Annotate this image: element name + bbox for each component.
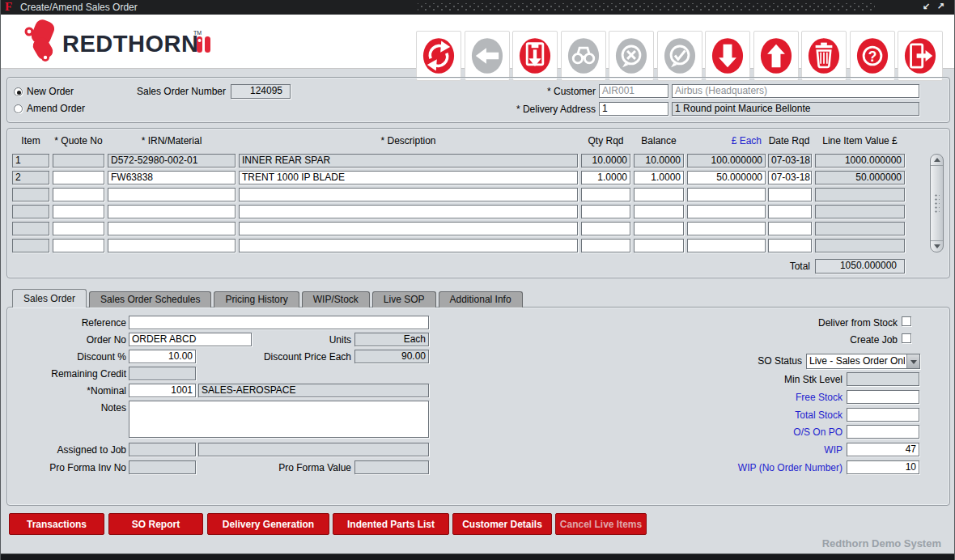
cell-date[interactable]: 07-03-18 xyxy=(768,171,812,185)
tab-sales-order[interactable]: Sales Order xyxy=(12,289,87,308)
cell-balance[interactable] xyxy=(634,239,684,252)
cell-qty[interactable] xyxy=(581,222,630,235)
cell-date[interactable] xyxy=(768,188,812,202)
cell-balance[interactable]: 1.0000 xyxy=(634,171,684,185)
cell-irn[interactable] xyxy=(108,239,236,252)
customer-code-field[interactable]: AIR001 xyxy=(599,84,668,98)
customer-name-field[interactable]: Airbus (Headquaters) xyxy=(672,84,919,98)
delivery-address-label: * Delivery Address xyxy=(486,104,596,116)
free-stock-link[interactable]: Free Stock xyxy=(729,392,843,404)
cell-irn[interactable] xyxy=(108,222,236,235)
cell-irn[interactable] xyxy=(108,205,236,218)
cell-qty[interactable] xyxy=(581,205,630,218)
cell-each[interactable]: 50.000000 xyxy=(687,171,766,185)
accept-button xyxy=(657,31,702,81)
cell-value xyxy=(815,205,905,218)
cell-each[interactable] xyxy=(687,205,766,218)
total-stock-field[interactable] xyxy=(847,408,919,422)
wip-no-order-link[interactable]: WIP (No Order Number) xyxy=(697,462,843,474)
assigned-to-job-label: Assigned to Job xyxy=(13,444,126,456)
cell-balance[interactable] xyxy=(634,188,684,202)
iconify-icon[interactable]: ↙ xyxy=(923,1,930,11)
cell-qty[interactable]: 1.0000 xyxy=(581,171,630,185)
notes-field[interactable] xyxy=(129,401,429,438)
discount-field[interactable]: 10.00 xyxy=(129,350,196,363)
scrollbar-thumb[interactable] xyxy=(934,193,940,213)
nominal-code-field[interactable]: 1001 xyxy=(129,384,196,397)
save-button[interactable] xyxy=(512,31,558,81)
cell-qty[interactable] xyxy=(581,188,630,202)
exit-icon xyxy=(902,36,938,75)
os-on-po-field[interactable] xyxy=(847,425,919,439)
cell-quote[interactable] xyxy=(53,205,104,218)
cell-balance[interactable] xyxy=(634,205,684,218)
amend-order-radio[interactable] xyxy=(14,104,23,113)
tab-sales-order-schedules[interactable]: Sales Order Schedules xyxy=(89,291,211,308)
proforma-value-field xyxy=(354,460,429,474)
col-header-each-link[interactable]: £ Each xyxy=(687,135,762,146)
units-field: Each xyxy=(354,333,429,346)
scroll-up-icon[interactable] xyxy=(931,155,943,166)
maximize-icon[interactable]: ↗ xyxy=(937,1,944,11)
exit-button[interactable] xyxy=(898,31,943,81)
binoculars-icon xyxy=(566,36,601,75)
refresh-button[interactable] xyxy=(416,31,461,81)
delivery-code-field[interactable]: 1 xyxy=(599,102,668,116)
free-stock-field[interactable] xyxy=(847,390,919,404)
grid-scrollbar[interactable] xyxy=(930,154,944,252)
cell-date[interactable] xyxy=(768,222,812,235)
cell-each[interactable] xyxy=(687,239,766,252)
cell-each[interactable] xyxy=(687,222,766,235)
move-down-button[interactable] xyxy=(705,31,750,81)
delivery-address-field: 1 Round point Maurice Bellonte xyxy=(672,102,919,116)
new-order-radio[interactable] xyxy=(14,87,23,96)
col-header-qty: Qty Rqd xyxy=(581,135,630,146)
wip-field[interactable]: 47 xyxy=(847,443,919,456)
order-no-field[interactable]: ORDER ABCD xyxy=(129,333,252,346)
so-report-button[interactable]: SO Report xyxy=(108,513,203,535)
bottom-bar xyxy=(1,554,954,560)
cell-quote[interactable] xyxy=(53,222,104,235)
amend-order-label: Amend Order xyxy=(27,103,116,115)
up-arrow-icon xyxy=(758,36,794,75)
transactions-button[interactable]: Transactions xyxy=(9,513,104,535)
tab-live-sop[interactable]: Live SOP xyxy=(372,291,436,308)
tab-additional-info[interactable]: Additional Info xyxy=(439,291,523,308)
so-status-dropdown[interactable]: Live - Sales Order Only xyxy=(806,354,920,369)
tab-pricing-history[interactable]: Pricing History xyxy=(214,291,299,308)
cell-irn[interactable] xyxy=(108,188,236,202)
move-up-button[interactable] xyxy=(753,31,799,81)
sales-order-number-field: 124095 xyxy=(231,84,291,99)
cell-balance[interactable] xyxy=(634,222,684,235)
cell-desc[interactable] xyxy=(239,239,578,252)
cell-qty[interactable] xyxy=(581,239,630,252)
cell-desc[interactable] xyxy=(239,205,578,218)
wip-no-order-field[interactable]: 10 xyxy=(847,460,919,474)
cell-date[interactable] xyxy=(768,239,812,252)
total-stock-link[interactable]: Total Stock xyxy=(729,409,843,422)
cell-date[interactable] xyxy=(768,205,812,218)
reference-field[interactable] xyxy=(129,316,429,329)
cell-each[interactable] xyxy=(687,188,766,202)
cell-desc[interactable] xyxy=(239,222,578,235)
deliver-from-stock-checkbox[interactable] xyxy=(902,316,911,326)
wip-link[interactable]: WIP xyxy=(729,444,843,456)
chevron-down-icon[interactable] xyxy=(906,354,919,368)
cell-irn[interactable]: FW63838 xyxy=(108,171,236,185)
cell-quote[interactable] xyxy=(53,171,104,185)
indented-parts-list-button[interactable]: Indented Parts List xyxy=(333,513,449,535)
svg-text:REDTHORN: REDTHORN xyxy=(62,31,198,57)
tab-wip-stock[interactable]: WIP/Stock xyxy=(302,291,370,308)
delivery-generation-button[interactable]: Delivery Generation xyxy=(207,513,329,535)
cell-quote[interactable] xyxy=(53,239,104,252)
customer-details-button[interactable]: Customer Details xyxy=(452,513,552,535)
help-button[interactable]: ? xyxy=(850,31,895,81)
os-on-po-link[interactable]: O/S On PO xyxy=(729,426,843,439)
cell-desc[interactable] xyxy=(239,188,578,202)
cell-quote[interactable] xyxy=(53,188,104,202)
delete-button[interactable] xyxy=(801,31,847,81)
col-header-irn: * IRN/Material xyxy=(108,135,236,146)
create-job-checkbox[interactable] xyxy=(902,333,911,343)
cell-desc[interactable]: TRENT 1000 IP BLADE xyxy=(239,171,578,185)
scroll-down-icon[interactable] xyxy=(931,240,943,252)
